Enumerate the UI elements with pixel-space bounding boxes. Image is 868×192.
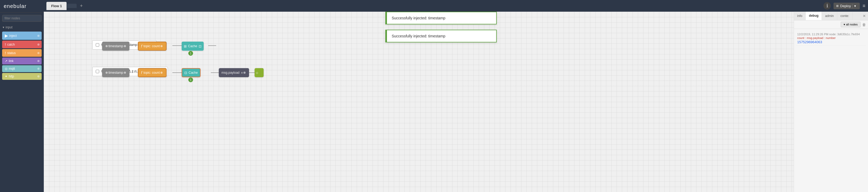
- timestamp-node-2[interactable]: timestamp: [102, 68, 129, 77]
- debug-meta: 12/2/2019, 11:29:26 PM node: 3d635b1c.7f…: [797, 33, 865, 36]
- node-mqtt[interactable]: ◎ mqtt: [2, 65, 42, 72]
- cache-icon-1: ⊞: [184, 44, 187, 48]
- function-port-1: [160, 45, 162, 47]
- cache-icon-right-1: ⊡: [198, 44, 202, 48]
- port-right-2: [124, 72, 126, 74]
- filter-input[interactable]: [2, 15, 42, 22]
- deploy-label: Deploy: [840, 4, 851, 8]
- inject-arrow-icon: ▶: [5, 33, 8, 38]
- status-dot: [37, 52, 39, 54]
- function-node-1[interactable]: f topic: count: [138, 42, 166, 51]
- function-icon-1: f: [141, 44, 142, 48]
- deploy-button[interactable]: ⊞ Deploy ▾: [834, 3, 860, 9]
- node-catch[interactable]: ! catch: [2, 40, 42, 48]
- clear-debug-button[interactable]: 🗑: [862, 23, 866, 27]
- category-label: input: [6, 26, 12, 29]
- right-panel: info debug admin conte: ✕ ▾ all nodes 🗑 …: [794, 12, 868, 192]
- node-list: ▶ inject ! catch ! status ↗ link ◎ mqtt …: [0, 31, 44, 81]
- function-icon-2: f: [141, 70, 142, 75]
- link-dot: [37, 60, 39, 62]
- tab-flow1[interactable]: Flow 1: [46, 2, 67, 10]
- node-inject[interactable]: ▶ inject: [2, 32, 42, 40]
- notification-1: Successfully injected: timestamp: [385, 12, 497, 24]
- main: Flow 1 + ℹ ⊞ Deploy ▾ ≡ Successfully inj…: [44, 0, 868, 192]
- output-icon-1: ≡: [241, 71, 243, 74]
- output-port-2: [244, 72, 246, 74]
- cache-label-2: Cache: [189, 71, 198, 74]
- all-nodes-button[interactable]: ▾ all nodes: [841, 22, 861, 27]
- timestamp-node-1[interactable]: timestamp: [102, 42, 129, 51]
- add-tab-button[interactable]: +: [77, 2, 85, 10]
- timestamp-label-2: timestamp: [108, 71, 123, 74]
- notification-2: Successfully injected: timestamp: [385, 30, 497, 42]
- link-icon: ↗: [5, 59, 7, 63]
- output-label-2: msg.payload: [221, 71, 240, 74]
- function-label-2: topic: count: [144, 71, 160, 74]
- tab-conte[interactable]: conte:: [837, 12, 852, 20]
- sidebar: enebular ▾ input ▶ inject ! catch ! stat…: [0, 0, 44, 192]
- status-label: status: [7, 51, 16, 55]
- tab-flow2[interactable]: [67, 4, 76, 8]
- http-icon: ✦: [5, 74, 7, 78]
- hamburger-menu-button[interactable]: ≡: [862, 3, 865, 9]
- debug-content: 12/2/2019, 11:29:26 PM node: 3d635b1c.7f…: [794, 29, 868, 192]
- end-icon-2: ◇: [256, 71, 258, 74]
- catch-dot: [37, 43, 39, 45]
- catch-icon: !: [5, 42, 6, 47]
- mqtt-dot: [37, 68, 39, 70]
- info-button[interactable]: ℹ: [824, 2, 831, 9]
- tab-admin[interactable]: admin: [822, 12, 837, 20]
- function-label-1: topic: count: [144, 44, 160, 48]
- flow-canvas[interactable]: Successfully injected: timestamp Success…: [44, 12, 794, 192]
- end-node-2[interactable]: ◇: [255, 68, 264, 77]
- right-panel-close-button[interactable]: ✕: [861, 13, 868, 19]
- cache-label-1: Cache: [188, 44, 197, 48]
- mqtt-icon: ◎: [5, 67, 7, 70]
- timestamp-label-1: timestamp: [108, 44, 123, 48]
- right-toolbar: ▾ all nodes 🗑: [794, 21, 868, 29]
- node-link[interactable]: ↗ link: [2, 58, 42, 64]
- debug-label: count : msg.payload : number: [797, 36, 865, 39]
- status-icon: !: [5, 51, 6, 55]
- function-port-2: [160, 72, 162, 74]
- category-header[interactable]: ▾ input: [0, 24, 44, 31]
- output-node-2[interactable]: msg.payload ≡: [219, 68, 249, 77]
- counter-badge-2: 1: [188, 77, 193, 82]
- annotation-checkbox-1[interactable]: [96, 43, 99, 47]
- port-left-1: [105, 45, 108, 47]
- tab-debug[interactable]: debug: [806, 12, 822, 20]
- inject-dot: [37, 35, 39, 37]
- logo: enebular: [0, 0, 44, 13]
- cache-node-2[interactable]: ⊡ Cache: [182, 68, 200, 77]
- cache-icon-2: ⊡: [184, 71, 187, 75]
- annotation-checkbox-2[interactable]: [96, 70, 99, 73]
- port-right-1: [124, 45, 126, 47]
- tab-info[interactable]: info: [794, 12, 806, 20]
- debug-value[interactable]: 1575296964063: [797, 40, 865, 44]
- mqtt-label: mqtt: [9, 67, 15, 70]
- top-right-toolbar: ℹ ⊞ Deploy ▾ ≡: [821, 0, 868, 12]
- right-tab-bar: info debug admin conte: ✕: [794, 12, 868, 21]
- debug-entry-1: 12/2/2019, 11:29:26 PM node: 3d635b1c.7f…: [796, 31, 866, 46]
- link-label: link: [9, 59, 13, 63]
- deploy-dropdown-arrow[interactable]: ▾: [852, 4, 856, 8]
- function-node-2[interactable]: f topic: count: [138, 68, 166, 77]
- category-arrow: ▾: [3, 26, 4, 29]
- catch-label: catch: [7, 43, 15, 46]
- counter-badge-1: 1: [188, 51, 193, 56]
- http-label: http: [9, 74, 14, 78]
- inject-label: inject: [9, 34, 17, 38]
- port-left-2: [105, 72, 108, 74]
- node-status[interactable]: ! status: [2, 49, 42, 57]
- tab-bar: Flow 1 +: [46, 2, 85, 10]
- deploy-icon: ⊞: [836, 4, 839, 8]
- node-http[interactable]: ✦ http: [2, 73, 42, 80]
- http-dot: [37, 75, 39, 77]
- header: Flow 1 + ℹ ⊞ Deploy ▾ ≡: [44, 0, 868, 12]
- cache-node-1[interactable]: ⊞ Cache ⊡: [182, 42, 204, 51]
